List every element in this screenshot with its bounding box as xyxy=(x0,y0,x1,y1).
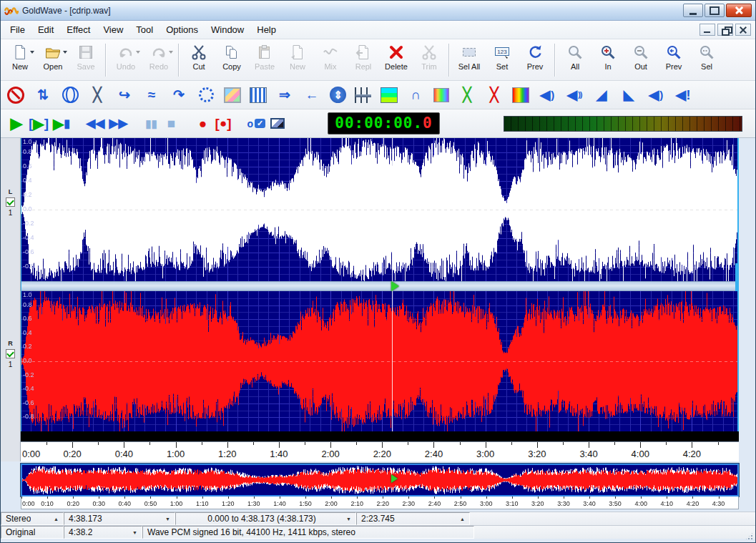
swap-channels-icon[interactable]: ⇅ xyxy=(34,86,52,104)
right-arrow-icon[interactable]: ⇒ xyxy=(275,86,294,104)
right-channel-waveform[interactable] xyxy=(21,291,739,431)
menu-options[interactable]: Options xyxy=(159,22,205,37)
playback-marker-icon[interactable] xyxy=(391,281,399,291)
uturn-arrow-icon[interactable]: ↷ xyxy=(170,86,188,104)
gradient-bars-icon[interactable] xyxy=(381,87,398,103)
disable-icon[interactable] xyxy=(6,86,25,104)
waveform-area[interactable]: 0:000:200:401:001:201:402:002:202:403:00… xyxy=(21,138,739,461)
color-arrows-icon[interactable] xyxy=(433,88,449,102)
menu-view[interactable]: View xyxy=(97,22,129,37)
time-ruler[interactable]: 0:000:200:401:001:201:402:002:202:403:00… xyxy=(21,441,739,461)
noise-x-icon[interactable]: ╳ xyxy=(485,86,504,104)
close-button[interactable] xyxy=(726,4,752,17)
channel-enable-checkbox[interactable] xyxy=(6,349,15,358)
ruler-tick xyxy=(718,442,719,445)
fast-forward-button[interactable]: ▶▶ xyxy=(107,113,129,134)
time-tick-label: 1:20 xyxy=(218,449,236,459)
zoom-selection-button[interactable]: Sel xyxy=(690,41,723,79)
overview-waveform[interactable] xyxy=(22,465,737,495)
previous-selection-button[interactable]: Prev xyxy=(519,41,551,79)
overview-section: 0:000:100:200:300:400:501:001:101:201:30… xyxy=(1,461,755,512)
zoom-all-button[interactable]: All xyxy=(559,41,591,79)
speaker-left-icon[interactable]: ◀ xyxy=(647,86,665,104)
globe-icon[interactable] xyxy=(61,86,79,104)
record-button[interactable]: ● xyxy=(193,113,213,134)
image-icon[interactable] xyxy=(224,87,241,103)
ramp-up-icon[interactable]: ◢ xyxy=(592,86,611,104)
channel-mode-panel[interactable]: Stereo xyxy=(1,512,64,525)
gear-icon[interactable] xyxy=(197,86,215,104)
select-all-button[interactable]: Sel All xyxy=(453,41,486,79)
child-close-button[interactable] xyxy=(735,24,751,36)
pause-button[interactable]: ▮▮ xyxy=(142,113,162,134)
dropdown-arrow-icon[interactable] xyxy=(30,51,34,56)
quality-panel[interactable]: Original xyxy=(1,526,64,539)
channel-l-controls: L1 xyxy=(1,188,20,217)
hook-arrow-icon[interactable]: ↪ xyxy=(115,86,134,104)
speaker-bars-icon[interactable]: ◀ xyxy=(565,86,584,104)
play-to-end-button[interactable]: ▶▮ xyxy=(51,113,72,134)
rewind-button[interactable]: ◀◀ xyxy=(84,113,107,134)
minimize-button[interactable] xyxy=(683,4,703,17)
dropdown-arrow-icon[interactable] xyxy=(136,51,140,56)
menu-tool[interactable]: Tool xyxy=(129,22,159,37)
spin-up-icon[interactable] xyxy=(54,517,59,522)
zoom-previous-button[interactable]: Prev xyxy=(657,41,690,79)
overview-marker-icon[interactable] xyxy=(391,474,398,483)
maximize-button[interactable] xyxy=(705,4,725,17)
play-button[interactable]: ▶ xyxy=(6,113,26,134)
speaker-alert-icon[interactable]: ◀! xyxy=(674,86,692,104)
selection-start-marker[interactable] xyxy=(21,138,21,431)
stop-button[interactable]: ■ xyxy=(162,113,182,134)
overview-box[interactable] xyxy=(21,464,739,496)
child-minimize-button[interactable] xyxy=(699,24,715,36)
visuals-button[interactable] xyxy=(267,113,288,134)
zoom-in-button[interactable]: In xyxy=(591,41,624,79)
dropdown-arrow-icon[interactable] xyxy=(169,51,173,56)
ruler-tick xyxy=(254,496,255,499)
child-restore-button[interactable] xyxy=(717,24,733,36)
new-button[interactable]: New xyxy=(4,41,36,79)
histogram-icon[interactable] xyxy=(250,87,267,103)
spin-up-icon[interactable] xyxy=(460,517,465,522)
trim-button: Trim xyxy=(413,41,446,79)
sliders-icon[interactable] xyxy=(355,87,372,103)
playback-position-panel[interactable]: 2:23.745 xyxy=(356,512,470,525)
dropdown-arrow-icon[interactable] xyxy=(63,51,67,56)
set-selection-button[interactable]: 123Set xyxy=(486,41,519,79)
play-selection-button[interactable]: [▶] xyxy=(26,113,51,134)
menu-window[interactable]: Window xyxy=(205,22,250,37)
cut-button[interactable]: Cut xyxy=(182,41,215,79)
rainbow-icon[interactable] xyxy=(512,87,529,103)
length-panel[interactable]: 4:38.2 xyxy=(64,526,142,539)
updown-circle-icon[interactable]: ⇕ xyxy=(330,87,346,103)
menu-edit[interactable]: Edit xyxy=(31,22,60,37)
menu-effect[interactable]: Effect xyxy=(60,22,97,37)
scissors-x-icon[interactable]: ╳ xyxy=(88,86,107,104)
ruler-tick xyxy=(98,442,99,445)
record-selection-button[interactable]: [●] xyxy=(213,113,234,134)
copy-button[interactable]: Copy xyxy=(215,41,248,79)
zoom-out-button[interactable]: Out xyxy=(624,41,657,79)
left-channel-waveform[interactable] xyxy=(21,138,739,281)
wave-icon[interactable]: ≈ xyxy=(142,86,161,104)
speaker-icon[interactable]: ◀ xyxy=(538,86,556,104)
open-button[interactable]: Open xyxy=(36,41,69,79)
loop-overdub-button[interactable]: o✓ xyxy=(245,113,268,134)
dropdown-arrow-icon[interactable] xyxy=(346,517,351,522)
level-meter xyxy=(504,116,742,132)
menu-help[interactable]: Help xyxy=(250,22,283,37)
left-arrow-icon[interactable]: ← xyxy=(303,86,321,104)
menu-file[interactable]: File xyxy=(4,22,31,37)
dropdown-arrow-icon[interactable] xyxy=(132,530,137,535)
selection-range-panel[interactable]: 0.000 to 4:38.173 (4:38.173) xyxy=(175,512,356,525)
ramp-down-icon[interactable]: ◣ xyxy=(619,86,638,104)
dropdown-arrow-icon[interactable] xyxy=(165,517,170,522)
delete-button[interactable]: Delete xyxy=(380,41,413,79)
arch-icon[interactable]: ∩ xyxy=(406,86,425,104)
selection-end-marker[interactable] xyxy=(737,138,739,431)
channel-enable-checkbox[interactable] xyxy=(6,197,15,207)
crossfade-icon[interactable]: ╳ xyxy=(458,86,476,104)
total-length-panel[interactable]: 4:38.173 xyxy=(64,512,175,525)
titlebar: GoldWave - [cdrip.wav] xyxy=(1,1,755,21)
